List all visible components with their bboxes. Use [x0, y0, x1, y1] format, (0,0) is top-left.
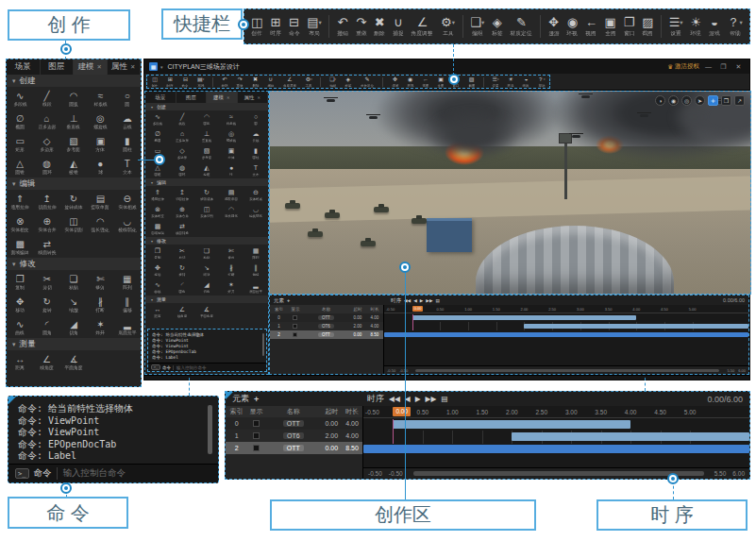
- section-header-modify[interactable]: ▾修改: [7, 258, 141, 270]
- viewport-nav-button[interactable]: ❒: [721, 95, 731, 106]
- tool-torus[interactable]: ◍圆环: [170, 161, 194, 178]
- quickbar-item-snapshot[interactable]: ▨截图: [642, 15, 653, 38]
- viewport-nav-button[interactable]: ◎: [681, 95, 692, 106]
- tool-offset[interactable]: ∥偏移: [114, 293, 141, 315]
- tool-ellipse[interactable]: ∅椭圆: [7, 110, 33, 132]
- tool-spline[interactable]: ≈样条线: [219, 110, 244, 127]
- close-icon[interactable]: ✕: [227, 95, 229, 100]
- section-header-measure[interactable]: ▾测量: [7, 338, 141, 350]
- close-icon[interactable]: ✕: [130, 63, 135, 71]
- tool-distance[interactable]: ↔距离: [7, 350, 33, 373]
- quickbar-item-material-locate[interactable]: ✎材质定位: [510, 15, 532, 38]
- visibility-checkbox[interactable]: [253, 432, 260, 439]
- quickbar-item-group[interactable]: ❑▾编组: [329, 76, 337, 88]
- tool-region-edit[interactable]: ▩面域编辑: [7, 235, 33, 258]
- tab-scene[interactable]: 场景: [145, 92, 176, 103]
- quickbar-item-sequence-panel[interactable]: ⊞时序: [270, 15, 281, 38]
- quickbar-item-help[interactable]: ？▾帮助: [727, 15, 742, 38]
- viewport-nav-button[interactable]: ↗: [734, 95, 745, 106]
- quickbar-item-snap[interactable]: ∪捕捉: [267, 76, 275, 88]
- scrollbar[interactable]: [413, 471, 704, 476]
- tab-scene[interactable]: 场景: [7, 59, 41, 75]
- tab-properties[interactable]: 属性✕: [238, 92, 269, 103]
- transport-button[interactable]: ◀: [413, 298, 417, 303]
- timeline-bar[interactable]: [512, 432, 749, 441]
- tool-sphere[interactable]: ●球: [87, 155, 113, 178]
- tool-cylinder[interactable]: ▮圆柱: [244, 144, 268, 161]
- timeline-bar[interactable]: [524, 324, 748, 329]
- quickbar-item-fit-all[interactable]: ▣全图: [437, 76, 445, 88]
- close-icon[interactable]: ✕: [97, 63, 102, 71]
- tool-perpendicular[interactable]: ⊥垂直线: [60, 110, 87, 132]
- tool-line-face-convert[interactable]: ⇄线面转换: [33, 235, 59, 258]
- tool-move[interactable]: ✥移动: [145, 262, 170, 279]
- playhead-marker[interactable]: 0.00: [393, 407, 411, 416]
- visibility-checkbox[interactable]: [293, 315, 297, 320]
- tool-trim[interactable]: ✄修剪: [87, 270, 113, 293]
- tool-paste[interactable]: ❏粘贴: [60, 270, 87, 293]
- tool-extrude-section[interactable]: ↥切面拉伸: [170, 186, 194, 203]
- close-icon[interactable]: ✕: [258, 95, 260, 100]
- quickbar-item-angle-adjust[interactable]: ∠角度调整: [411, 15, 433, 38]
- chevron-down-icon[interactable]: ▾: [160, 64, 163, 70]
- license-badge[interactable]: ♛激活授权: [667, 62, 699, 71]
- tool-regular-polygon[interactable]: ⌂正多边形: [170, 127, 194, 144]
- section-header-measure[interactable]: ▾测量: [145, 296, 268, 303]
- visibility-checkbox[interactable]: [253, 445, 260, 451]
- tool-extract-face[interactable]: ▤提取单面: [219, 186, 244, 203]
- tool-extrude-general[interactable]: ⇑通用拉伸: [7, 190, 33, 212]
- tool-cone[interactable]: △圆锥: [7, 155, 33, 178]
- tool-cut[interactable]: ✂剪切: [33, 270, 59, 293]
- close-button[interactable]: ✕: [732, 63, 745, 71]
- section-header-edit[interactable]: ▾编辑: [145, 178, 268, 186]
- tool-polyline[interactable]: ∿多段线: [145, 110, 170, 127]
- transport-button[interactable]: ▶▶: [426, 298, 432, 303]
- tool-array[interactable]: ▦阵列: [244, 245, 268, 262]
- tool-trim[interactable]: ✄修剪: [219, 245, 244, 262]
- tool-move[interactable]: ✥移动: [7, 293, 33, 315]
- timeline-row[interactable]: 1OT62.004.00: [270, 322, 383, 330]
- timeline-track[interactable]: -0.500.501.001.502.002.503.003.504.004.5…: [362, 406, 749, 479]
- quickbar-item-layout[interactable]: ▤▾布局: [197, 76, 205, 88]
- quickbar-item-settings[interactable]: ☰▾设置: [492, 76, 499, 88]
- tool-solid-subtract[interactable]: ⊖实体相减: [114, 190, 141, 212]
- scrollbar[interactable]: [208, 405, 212, 454]
- section-header-modify[interactable]: ▾修改: [145, 237, 268, 245]
- quickbar-item-sequence-panel[interactable]: ⊞时序: [166, 76, 174, 88]
- tool-line-face-convert[interactable]: ⇄线面转换: [170, 220, 194, 237]
- tool-line[interactable]: ╱线段: [33, 87, 59, 110]
- transport-button[interactable]: ▤: [436, 298, 440, 303]
- playhead-marker[interactable]: 0.00: [412, 306, 424, 312]
- visibility-checkbox[interactable]: [253, 420, 260, 427]
- timeline-bar[interactable]: [384, 332, 748, 337]
- tool-flatten-base[interactable]: ▂底面拉平: [114, 315, 141, 338]
- quickbar-item-window[interactable]: ❐窗口: [624, 15, 635, 38]
- tool-pyramid[interactable]: ◭棱锥: [194, 161, 219, 178]
- tool-curve[interactable]: ∿曲线: [7, 315, 33, 338]
- quickbar-item-command-panel[interactable]: ⊟命令: [289, 15, 300, 38]
- console-command-input[interactable]: 输入控制台命令: [173, 365, 207, 370]
- transport-button[interactable]: ▤: [441, 395, 447, 403]
- tool-extrude-section[interactable]: ↥切面拉伸: [33, 190, 59, 212]
- tool-cylinder[interactable]: ▮圆柱: [114, 132, 141, 155]
- tool-spline[interactable]: ≈样条线: [87, 87, 113, 110]
- timeline-row[interactable]: 2OTT0.008.50: [226, 442, 362, 454]
- tool-fillet[interactable]: ◜圆角: [33, 315, 59, 338]
- tool-extrude-general[interactable]: ⇑通用拉伸: [145, 186, 170, 203]
- tool-circle[interactable]: ○圆: [244, 110, 268, 127]
- tool-line-angle[interactable]: ∠线角度: [170, 303, 194, 320]
- tool-plane-angle[interactable]: ∡平面角度: [194, 303, 219, 320]
- tool-revolve[interactable]: ↻旋转成体: [60, 190, 87, 212]
- tool-paste[interactable]: ❏粘贴: [194, 245, 219, 262]
- quickbar-item-orbit[interactable]: ◉环视: [566, 15, 578, 38]
- quickbar-item-game[interactable]: ◒游戏: [522, 76, 529, 88]
- quickbar-item-layout[interactable]: ▤▾布局: [307, 15, 322, 38]
- quickbar-item-environment[interactable]: ☀环境: [690, 15, 701, 38]
- tool-regular-polygon[interactable]: ⌂正多边形: [33, 110, 59, 132]
- tool-solid-subtract[interactable]: ⊖实体相减: [244, 186, 268, 203]
- timeline-row[interactable]: 0OTT0.004.00: [270, 313, 383, 322]
- tool-solid-intersect[interactable]: ⊗实体相交: [145, 203, 170, 220]
- tool-cloud-line[interactable]: ☁云线: [114, 110, 141, 132]
- tool-break[interactable]: ∦打断: [219, 262, 244, 279]
- section-header-edit[interactable]: ▾编辑: [7, 178, 141, 190]
